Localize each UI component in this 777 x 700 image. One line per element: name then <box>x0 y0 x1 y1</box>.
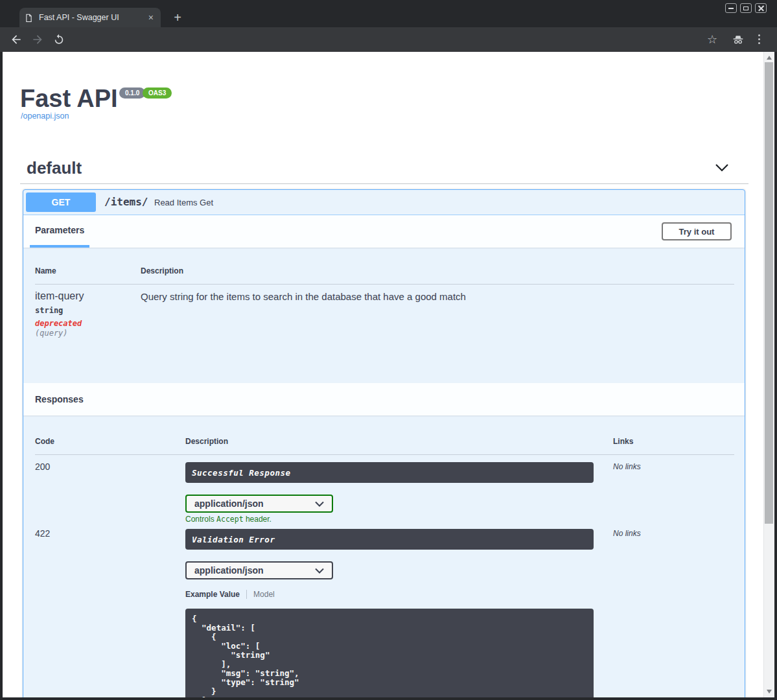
column-header-name: Name <box>35 266 56 275</box>
close-icon <box>758 5 764 11</box>
response-200-description-box: Successful Response <box>185 462 594 483</box>
accept-code: Accept <box>216 515 244 524</box>
parameter-description: Query string for the items to search in … <box>141 291 633 302</box>
close-button[interactable] <box>755 3 767 13</box>
window-controls <box>725 3 767 13</box>
response-422-description: Validation Error <box>192 535 275 544</box>
response-422-links: No links <box>613 529 641 538</box>
section-divider <box>20 183 748 184</box>
column-header-resp-description: Description <box>185 437 228 446</box>
tab-title: Fast API - Swagger UI <box>39 13 146 22</box>
browser-titlebar: Fast API - Swagger UI × + <box>0 0 777 27</box>
version-badge: 0.1.0 <box>119 88 145 99</box>
scroll-up-icon[interactable] <box>767 56 772 60</box>
plus-icon: + <box>174 10 181 25</box>
tab-example-value[interactable]: Example Value <box>185 590 240 599</box>
parameter-deprecated-flag: deprecated <box>35 319 82 328</box>
document-favicon-icon <box>25 13 33 23</box>
response-200-description: Successful Response <box>192 468 291 478</box>
maximize-button[interactable] <box>740 3 752 13</box>
bookmark-star-icon[interactable]: ☆ <box>707 32 717 47</box>
new-tab-button[interactable]: + <box>168 9 187 26</box>
incognito-profile-icon[interactable] <box>731 32 745 47</box>
method-badge-get[interactable]: GET <box>26 192 96 212</box>
menu-icon[interactable] <box>758 34 760 44</box>
minimize-icon <box>728 8 734 9</box>
parameters-header: Parameters Try it out <box>23 215 745 248</box>
responses-header-divider <box>35 454 734 455</box>
responses-header: Responses <box>23 383 745 415</box>
parameter-location: (query) <box>35 329 68 338</box>
media-type-select-200[interactable]: application/json <box>185 495 333 513</box>
operation-summary-text: Read Items Get <box>154 198 213 207</box>
openapi-spec-link[interactable]: /openapi.json <box>21 111 69 121</box>
tab-separator <box>246 590 247 599</box>
try-it-out-button[interactable]: Try it out <box>662 222 732 240</box>
parameter-type: string <box>35 306 63 315</box>
section-tag-default[interactable]: default <box>27 158 82 178</box>
column-header-code: Code <box>35 437 54 446</box>
page-title: Fast API <box>20 86 118 111</box>
opblock-get-items: GET /items/ Read Items Get Parameters Tr… <box>23 189 745 697</box>
oas3-badge: OAS3 <box>143 88 172 99</box>
chevron-down-icon <box>315 501 324 507</box>
chevron-down-icon <box>315 568 324 574</box>
browser-toolbar: 127.0.0.1:8000/docs ☆ <box>0 27 777 52</box>
operation-summary[interactable]: GET /items/ Read Items Get <box>23 190 745 215</box>
tab-model[interactable]: Model <box>253 590 275 599</box>
response-code-422: 422 <box>35 528 50 539</box>
maximize-icon <box>743 6 748 10</box>
column-header-description: Description <box>141 266 183 275</box>
response-200-links: No links <box>613 462 641 471</box>
swagger-page: Fast API 0.1.0 OAS3 /openapi.json defaul… <box>3 52 774 697</box>
example-json-code-block: { "detail": [ { "loc": [ "string" ], "ms… <box>185 609 594 697</box>
reload-icon[interactable] <box>52 33 65 46</box>
media-type-value-422: application/json <box>194 565 315 576</box>
tab-parameters[interactable]: Parameters <box>30 215 89 248</box>
parameter-name: item-query <box>35 290 84 302</box>
tab-close-icon[interactable]: × <box>146 13 156 22</box>
browser-tab[interactable]: Fast API - Swagger UI × <box>19 8 161 27</box>
back-icon[interactable] <box>10 33 23 46</box>
browser-window: Fast API - Swagger UI × + 127 <box>0 0 777 700</box>
response-422-description-box: Validation Error <box>185 529 594 550</box>
response-code-200: 200 <box>35 461 50 472</box>
scrollbar-thumb[interactable] <box>765 62 773 524</box>
chevron-down-icon[interactable] <box>715 163 729 172</box>
table-header-divider <box>35 284 734 285</box>
media-type-value-200: application/json <box>194 498 315 509</box>
accept-header-note: Controls Accept header. <box>185 515 272 524</box>
responses-heading: Responses <box>35 383 84 415</box>
scroll-down-icon[interactable] <box>767 690 772 694</box>
media-type-select-422[interactable]: application/json <box>185 561 333 579</box>
operation-path: /items/ <box>104 196 148 208</box>
column-header-links: Links <box>613 437 633 446</box>
model-example-tabs: Example Value Model <box>185 590 275 599</box>
forward-icon[interactable] <box>31 33 44 46</box>
minimize-button[interactable] <box>725 3 737 13</box>
